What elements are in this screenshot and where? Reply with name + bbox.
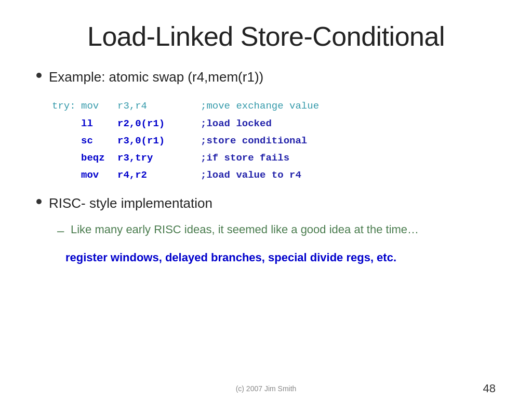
code-line-5: mov r4,r2 ;load value to r4: [52, 167, 496, 184]
code-comment-4: ;if store fails: [201, 150, 289, 167]
bullet-dot-1: [36, 73, 42, 78]
code-operand-5: r4,r2: [117, 167, 201, 184]
content-area: Example: atomic swap (r4,mem(r1)) try: m…: [36, 68, 496, 378]
code-line-2: ll r2,0(r1) ;load locked: [52, 115, 496, 132]
code-instr-5: mov: [81, 167, 117, 184]
footer-page-number: 48: [483, 382, 496, 395]
code-block: try: mov r3,r4 ;move exchange value ll r…: [52, 98, 496, 184]
code-label-5: [52, 167, 81, 184]
code-operand-1: r3,r4: [117, 98, 201, 115]
footer-copyright: (c) 2007 Jim Smith: [236, 384, 297, 393]
code-label-3: [52, 132, 81, 150]
code-comment-1: ;move exchange value: [201, 98, 319, 115]
code-label-2: [52, 115, 81, 132]
bullet-dot-2: [36, 199, 42, 204]
code-comment-5: ;load value to r4: [201, 167, 301, 184]
bullet-1-text: Example: atomic swap (r4,mem(r1)): [49, 68, 263, 86]
code-instr-2: ll: [81, 115, 117, 132]
slide-title: Load-Linked Store-Conditional: [36, 21, 496, 52]
code-instr-1: mov: [81, 98, 117, 115]
code-comment-2: ;load locked: [201, 115, 272, 132]
bullet-2-text: RISC- style implementation: [49, 194, 212, 212]
code-line-1: try: mov r3,r4 ;move exchange value: [52, 98, 496, 115]
code-operand-4: r3,try: [117, 150, 201, 167]
sub-bullet-1-text: Like many early RISC ideas, it seemed li…: [71, 222, 419, 238]
sub-bullet-1: – Like many early RISC ideas, it seemed …: [57, 222, 496, 240]
code-instr-4: beqz: [81, 150, 117, 167]
bold-line: register windows, delayed branches, spec…: [65, 251, 496, 264]
code-operand-3: r3,0(r1): [117, 132, 201, 150]
bullet-1: Example: atomic swap (r4,mem(r1)): [36, 68, 496, 86]
code-label-4: [52, 150, 81, 167]
code-label-1: try:: [52, 98, 81, 115]
code-instr-3: sc: [81, 132, 117, 150]
code-line-4: beqz r3,try ;if store fails: [52, 150, 496, 167]
bullet-2: RISC- style implementation: [36, 194, 496, 212]
code-line-3: sc r3,0(r1) ;store conditional: [52, 132, 496, 150]
code-comment-3: ;store conditional: [201, 132, 307, 150]
code-operand-2: r2,0(r1): [117, 115, 201, 132]
sub-dash-1: –: [57, 222, 65, 240]
slide: Load-Linked Store-Conditional Example: a…: [0, 0, 532, 399]
